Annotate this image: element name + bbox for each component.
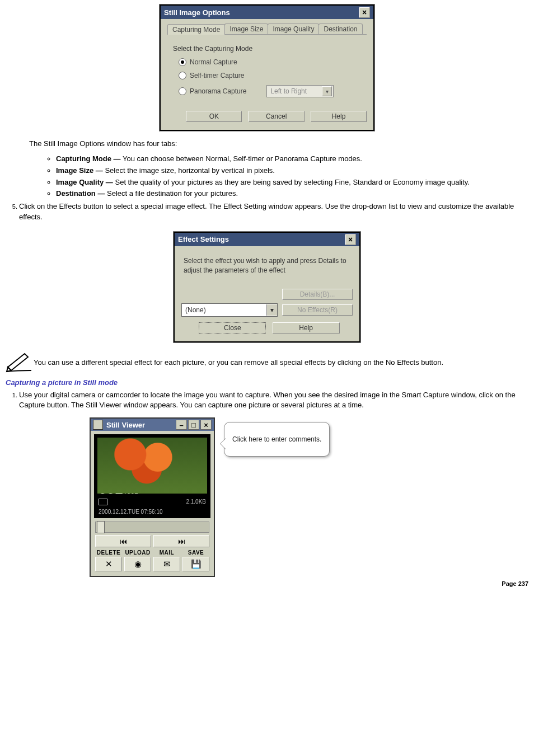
- note-row: You can use a different special effect f…: [6, 350, 528, 373]
- upload-button[interactable]: ◉: [124, 557, 151, 571]
- list-item: Capturing Mode — You can choose between …: [56, 154, 528, 165]
- close-icon[interactable]: ×: [345, 234, 356, 245]
- upload-label: UPLOAD: [124, 550, 151, 556]
- cancel-button[interactable]: Cancel: [249, 111, 305, 122]
- tab-image-quality[interactable]: Image Quality: [268, 24, 319, 34]
- radio-self-timer[interactable]: Self-timer Capture: [179, 72, 364, 79]
- slider-knob[interactable]: [97, 521, 105, 533]
- effect-settings-dialog: Effect Settings × Select the effect you …: [174, 232, 360, 342]
- radio-icon: [179, 87, 186, 95]
- group-label: Select the Capturing Mode: [173, 45, 364, 53]
- step-5: Click on the Effects button to select a …: [19, 201, 528, 223]
- window-titlebar: Still Viewer – □ ×: [91, 419, 214, 431]
- radio-panorama[interactable]: Panorama Capture Left to Right ▾: [179, 85, 364, 97]
- frame-icon: [99, 499, 107, 505]
- thumbnail-image: [97, 438, 207, 494]
- mail-label: MAIL: [153, 550, 180, 556]
- window-title: Still Viewer: [106, 421, 145, 429]
- still-image-options-dialog: Still Image Options × Capturing Mode Ima…: [160, 4, 374, 131]
- action-row: DELETE ✕ UPLOAD ◉ MAIL ✉ SAVE 💾: [95, 550, 209, 571]
- radio-label: Normal Capture: [190, 58, 237, 66]
- tabs: Capturing Mode Image Size Image Quality …: [167, 24, 367, 35]
- intro-line: The Still Image Options window has four …: [29, 139, 528, 149]
- file-size: 2.1.0KB: [186, 499, 206, 505]
- prev-button[interactable]: ⏮: [95, 535, 151, 547]
- app-icon: [93, 420, 103, 430]
- still-viewer-figure: Still Viewer – □ × 001/001 2.1.0KB 2000.…: [90, 417, 528, 577]
- minimize-icon[interactable]: –: [176, 420, 187, 430]
- image-date: 2000.12.12.TUE 07:56:10: [94, 509, 210, 518]
- pencil-note-icon: [6, 350, 34, 373]
- help-button[interactable]: Help: [311, 111, 367, 122]
- dialog-titlebar: Effect Settings ×: [175, 233, 359, 246]
- panorama-direction-dropdown[interactable]: Left to Right ▾: [266, 85, 334, 97]
- dialog-title: Effect Settings: [178, 235, 229, 243]
- tab-image-size[interactable]: Image Size: [224, 24, 268, 34]
- chevron-down-icon: ▾: [266, 304, 277, 316]
- list-item-rest: Select the image size, horizontal by ver…: [103, 166, 275, 175]
- page-number: Page 237: [6, 580, 528, 587]
- nav-row: ⏮ ⏭: [95, 535, 209, 547]
- thumbnail-area: 001/001 2.1.0KB 2000.12.12.TUE 07:56:10: [94, 434, 210, 518]
- step-list-continued: Click on the Effects button to select a …: [19, 201, 528, 223]
- no-effects-button[interactable]: No Effects(R): [282, 304, 353, 316]
- list-item-rest: Select a file destination for your pictu…: [105, 189, 238, 198]
- help-button[interactable]: Help: [273, 322, 340, 334]
- step-1: Use your digital camera or camcorder to …: [19, 390, 528, 411]
- dropdown-value: Left to Right: [270, 87, 307, 95]
- delete-button[interactable]: ✕: [95, 557, 122, 571]
- list-item: Image Quality — Set the quality of your …: [56, 177, 528, 188]
- still-viewer-window: Still Viewer – □ × 001/001 2.1.0KB 2000.…: [90, 417, 215, 577]
- note-text: You can use a different special effect f…: [34, 358, 528, 368]
- tab-capturing-mode[interactable]: Capturing Mode: [167, 24, 225, 35]
- radio-icon: [179, 72, 186, 79]
- save-button[interactable]: 💾: [182, 557, 209, 571]
- list-item-strong: Image Quality —: [56, 178, 113, 186]
- list-item-rest: Set the quality of your pictures as they…: [113, 178, 470, 186]
- radio-label: Self-timer Capture: [190, 72, 244, 79]
- combo-value: (None): [185, 306, 206, 314]
- list-item-strong: Image Size —: [56, 166, 103, 175]
- maximize-icon[interactable]: □: [188, 420, 199, 430]
- list-item: Image Size — Select the image size, hori…: [56, 166, 528, 176]
- radio-label: Panorama Capture: [190, 87, 246, 95]
- list-item-rest: You can choose between Normal, Self-time…: [121, 154, 362, 163]
- ok-button[interactable]: OK: [186, 111, 242, 122]
- close-icon[interactable]: ×: [359, 7, 370, 18]
- capture-steps: Use your digital camera or camcorder to …: [19, 390, 528, 411]
- callout-text: Click here to enter comments.: [232, 435, 321, 443]
- radio-icon: [179, 58, 186, 66]
- comment-callout: Click here to enter comments.: [224, 422, 330, 457]
- tab-destination[interactable]: Destination: [318, 24, 362, 34]
- details-button[interactable]: Details(B)...: [282, 289, 353, 300]
- position-slider[interactable]: [95, 522, 209, 533]
- list-item-strong: Destination —: [56, 189, 105, 198]
- effect-combo[interactable]: (None) ▾: [181, 303, 278, 317]
- chevron-down-icon: ▾: [322, 86, 332, 96]
- instruction-text: Select the effect you wish to apply and …: [184, 256, 350, 275]
- close-button[interactable]: Close: [199, 322, 266, 334]
- mail-button[interactable]: ✉: [153, 557, 180, 571]
- dialog-titlebar: Still Image Options ×: [161, 6, 373, 19]
- close-icon[interactable]: ×: [200, 420, 212, 430]
- list-item: Destination — Select a file destination …: [56, 189, 528, 199]
- tab-description-list: Capturing Mode — You can choose between …: [56, 154, 528, 199]
- next-button[interactable]: ⏭: [153, 535, 209, 547]
- save-label: SAVE: [182, 550, 209, 556]
- list-item-strong: Capturing Mode —: [56, 154, 121, 163]
- dialog-title: Still Image Options: [164, 8, 230, 17]
- delete-label: DELETE: [95, 550, 122, 556]
- radio-normal-capture[interactable]: Normal Capture: [179, 58, 364, 66]
- section-title: Capturing a picture in Still mode: [6, 378, 528, 387]
- image-meta: 2.1.0KB: [94, 498, 210, 509]
